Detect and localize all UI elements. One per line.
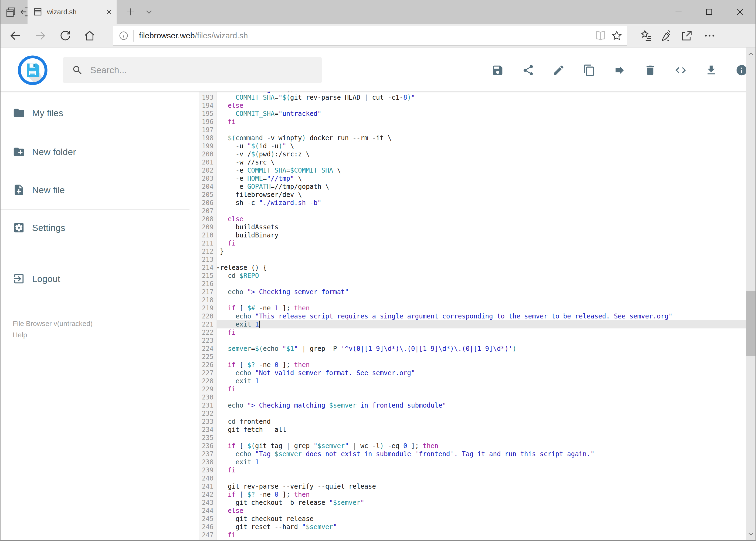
code-text: release () {: [217, 264, 746, 272]
code-line[interactable]: 230: [199, 393, 746, 401]
code-line[interactable]: 237 echo "Tag $semver does not exist in …: [199, 450, 746, 458]
address-bar[interactable]: filebrowser.web/files/wizard.sh: [113, 26, 627, 46]
code-line[interactable]: 234 git fetch --all: [199, 426, 746, 434]
share-button[interactable]: [513, 62, 543, 79]
window-maximize-button[interactable]: [697, 0, 721, 24]
delete-button[interactable]: [635, 62, 665, 79]
home-button[interactable]: [83, 29, 96, 42]
code-line[interactable]: 242 if [ $? -ne 0 ]; then: [199, 490, 746, 499]
help-link[interactable]: Help: [13, 329, 27, 340]
web-notes-pen-icon[interactable]: [660, 29, 673, 42]
code-line[interactable]: 197: [199, 126, 746, 134]
code-line[interactable]: 205 filebrowser/dev \: [199, 191, 746, 199]
sidebar-item-logout[interactable]: Logout: [1, 270, 189, 287]
code-line[interactable]: 245 git checkout release: [199, 515, 746, 523]
code-line[interactable]: 235: [199, 434, 746, 442]
scroll-down-icon[interactable]: [747, 530, 755, 538]
edit-button[interactable]: [543, 62, 574, 79]
code-line[interactable]: 231 echo "> Checking matching $semver in…: [199, 401, 746, 409]
download-button[interactable]: [696, 62, 726, 79]
code-line[interactable]: 243 git checkout -b release "$semver": [199, 499, 746, 507]
hub-favorites-icon[interactable]: [640, 29, 653, 42]
window-close-button[interactable]: [728, 0, 752, 24]
code-line[interactable]: 193 COMMIT_SHA="$(git rev-parse HEAD | c…: [199, 94, 746, 102]
code-line[interactable]: 194 else: [199, 102, 746, 110]
copy-button[interactable]: [574, 62, 604, 79]
code-line[interactable]: 223: [199, 336, 746, 345]
code-line[interactable]: 229 fi: [199, 385, 746, 393]
browser-tab[interactable]: wizard.sh: [28, 0, 117, 24]
code-editor[interactable]: if [ -d ".git" ]; then193 COMMIT_SHA="$(…: [199, 92, 746, 540]
code-line[interactable]: 219 if [ $# -ne 1 ]; then: [199, 304, 746, 312]
code-line[interactable]: 247 fi: [199, 531, 746, 539]
code-line[interactable]: 200 -v /$(pwd):/src:z \: [199, 150, 746, 158]
refresh-button[interactable]: [59, 29, 72, 42]
sidebar-item-new-file[interactable]: New file: [1, 182, 189, 198]
code-line[interactable]: 226 if [ $? -ne 0 ]; then: [199, 361, 746, 369]
scrollbar-thumb[interactable]: [746, 290, 755, 356]
share-page-icon[interactable]: [680, 29, 693, 42]
code-line[interactable]: 209 buildAssets: [199, 223, 746, 231]
url-text[interactable]: filebrowser.web/files/wizard.sh: [139, 31, 595, 40]
code-line[interactable]: 201 -w //src \: [199, 158, 746, 166]
code-line[interactable]: 214▾release () {: [199, 264, 746, 272]
window-minimize-button[interactable]: [666, 0, 691, 24]
code-line[interactable]: 232: [199, 409, 746, 417]
site-info-icon[interactable]: [118, 30, 129, 41]
code-line[interactable]: 217 echo "> Checking semver format": [199, 288, 746, 296]
code-line[interactable]: 233 cd frontend: [199, 417, 746, 426]
tab-preview-icon[interactable]: [5, 6, 17, 18]
code-line[interactable]: 227 echo "Not valid semver format. See s…: [199, 369, 746, 377]
code-line[interactable]: 225: [199, 353, 746, 361]
code-line[interactable]: 210 buildBinary: [199, 231, 746, 239]
code-line[interactable]: 199 -u "$(id -u)" \: [199, 142, 746, 150]
more-options-icon[interactable]: [703, 29, 716, 42]
code-line[interactable]: 208 else: [199, 215, 746, 223]
code-line[interactable]: 240: [199, 474, 746, 482]
forward-button[interactable]: [34, 29, 47, 42]
reading-view-icon[interactable]: [595, 30, 607, 42]
code-line[interactable]: 206 sh -c "./wizard.sh -b": [199, 199, 746, 207]
code-line[interactable]: 216: [199, 280, 746, 288]
code-line[interactable]: if [ -d ".git" ]; then: [199, 92, 746, 94]
code-line[interactable]: 244 else: [199, 507, 746, 515]
code-line[interactable]: 239 fi: [199, 466, 746, 474]
code-line[interactable]: 221 exit 1: [199, 320, 746, 328]
code-line[interactable]: 218: [199, 296, 746, 304]
scroll-up-icon[interactable]: [747, 50, 755, 58]
code-line[interactable]: 246 git reset --hard "$semver": [199, 523, 746, 531]
filebrowser-logo[interactable]: [17, 55, 48, 86]
code-line[interactable]: 202 -e COMMIT_SHA=$COMMIT_SHA \: [199, 166, 746, 175]
code-line[interactable]: 207: [199, 207, 746, 215]
back-button[interactable]: [9, 29, 22, 42]
sidebar-item-my-files[interactable]: My files: [1, 105, 189, 121]
code-button[interactable]: [665, 62, 696, 79]
add-favorite-star-icon[interactable]: [611, 30, 623, 42]
code-line[interactable]: 198 $(command -v winpty) docker run --rm…: [199, 134, 746, 142]
sidebar-item-new-folder[interactable]: New folder: [1, 144, 189, 160]
code-line[interactable]: 228 exit 1: [199, 377, 746, 385]
code-line[interactable]: 211 fi: [199, 239, 746, 248]
save-button[interactable]: [482, 62, 513, 79]
code-line[interactable]: 215 cd $REPO: [199, 272, 746, 280]
code-line[interactable]: 203 -e HOME="//tmp" \: [199, 175, 746, 183]
tab-list-chevron-icon[interactable]: [141, 0, 156, 24]
search-input[interactable]: [90, 65, 322, 76]
page-scrollbar[interactable]: [746, 48, 755, 540]
code-line[interactable]: 236 if [ $(git tag | grep "$semver" | wc…: [199, 442, 746, 450]
search-bar[interactable]: [63, 57, 322, 83]
code-line[interactable]: 220 echo "This release script requires a…: [199, 312, 746, 320]
code-line[interactable]: 241 git rev-parse --verify --quiet relea…: [199, 482, 746, 490]
code-line[interactable]: 224 semver=$(echo "$1" | grep -P '^v(0|[…: [199, 345, 746, 353]
code-line[interactable]: 204 -e GOPATH=//tmp/gopath \: [199, 183, 746, 191]
tab-close-icon[interactable]: [103, 6, 115, 18]
code-line[interactable]: 196 fi: [199, 118, 746, 126]
code-line[interactable]: 238 exit 1: [199, 458, 746, 466]
code-line[interactable]: 212}: [199, 248, 746, 256]
code-line[interactable]: 213: [199, 256, 746, 264]
new-tab-button[interactable]: [123, 0, 139, 24]
move-button[interactable]: [604, 62, 635, 79]
code-line[interactable]: 222 fi: [199, 328, 746, 336]
sidebar-item-settings[interactable]: Settings: [1, 220, 189, 236]
code-line[interactable]: 195 COMMIT_SHA="untracked": [199, 110, 746, 118]
